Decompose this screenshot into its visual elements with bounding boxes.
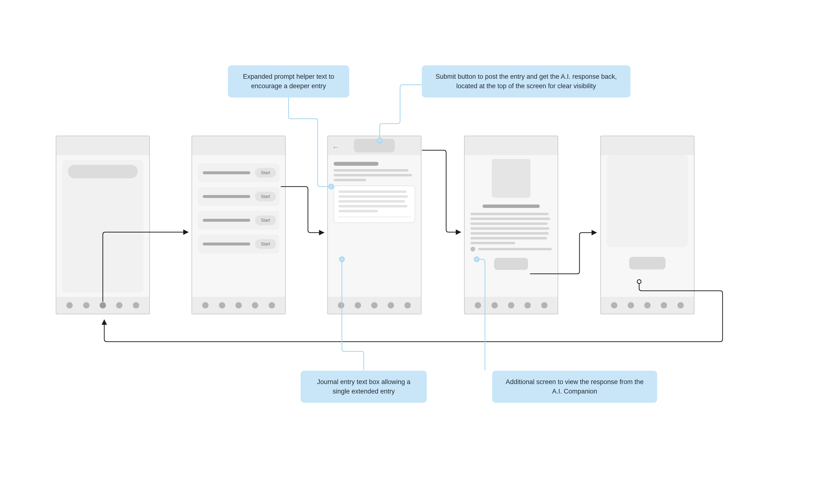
tab-bar — [192, 297, 285, 314]
tab-bar — [56, 297, 149, 314]
tab-bar — [465, 297, 558, 314]
prompt-row[interactable]: Start — [198, 211, 279, 230]
leader-prompt-helper — [288, 97, 329, 187]
screen-summary-header — [601, 136, 694, 155]
screen-home-header — [56, 136, 149, 155]
tab-1[interactable] — [475, 302, 481, 308]
tab-2[interactable] — [83, 302, 89, 308]
tab-5[interactable] — [678, 302, 684, 308]
prompt-row[interactable]: Start — [198, 187, 279, 206]
tab-1[interactable] — [66, 302, 73, 308]
tab-3[interactable] — [371, 302, 377, 308]
screen-prompts: Start Start Start Start — [191, 136, 286, 314]
summary-card — [607, 155, 688, 247]
start-button[interactable]: Start — [255, 168, 276, 178]
tab-bar — [601, 297, 694, 314]
caret-line — [338, 217, 410, 217]
wireflow-canvas: Start Start Start Start ← — [0, 0, 821, 504]
callout-prompt-helper: Expanded prompt helper text to encourage… — [228, 65, 349, 97]
home-card-title-pill — [68, 165, 138, 178]
start-button[interactable]: Start — [255, 192, 276, 201]
callout-submit-button: Submit button to post the entry and get … — [422, 65, 630, 97]
tab-1[interactable] — [611, 302, 617, 308]
tab-3[interactable] — [508, 302, 514, 308]
response-bullet — [471, 247, 552, 252]
start-button[interactable]: Start — [255, 239, 276, 249]
summary-cta-button[interactable] — [629, 257, 666, 269]
screen-ai-response — [464, 136, 558, 314]
screen-summary — [600, 136, 694, 314]
tab-1[interactable] — [338, 302, 344, 308]
prompt-helper-block — [334, 162, 415, 181]
tab-4[interactable] — [252, 302, 258, 308]
prompt-title-placeholder — [334, 162, 378, 166]
tab-1[interactable] — [202, 302, 208, 308]
start-button[interactable]: Start — [255, 215, 276, 225]
arrow-editor-to-response — [422, 150, 461, 232]
prompt-row[interactable]: Start — [198, 163, 279, 182]
screen-home — [56, 136, 150, 314]
journal-entry-textarea[interactable] — [334, 186, 415, 223]
prompt-line — [334, 169, 408, 172]
prompt-line — [334, 174, 412, 176]
tab-5[interactable] — [269, 302, 275, 308]
home-main-card[interactable] — [62, 160, 143, 292]
prompt-text-placeholder — [203, 171, 250, 174]
prompt-text-placeholder — [203, 243, 250, 245]
screen-editor: ← — [327, 136, 422, 314]
callout-entry-box: Journal entry text box allowing a single… — [301, 371, 427, 403]
tab-4[interactable] — [388, 302, 394, 308]
tab-5[interactable] — [541, 302, 548, 308]
prompt-row[interactable]: Start — [198, 235, 279, 253]
back-icon[interactable]: ← — [332, 143, 339, 148]
tab-5[interactable] — [404, 302, 411, 308]
submit-button[interactable] — [354, 139, 395, 152]
response-body — [471, 213, 552, 244]
bullet-text-placeholder — [478, 248, 552, 250]
tab-4[interactable] — [116, 302, 122, 308]
tab-2[interactable] — [492, 302, 498, 308]
tab-2[interactable] — [355, 302, 361, 308]
arrow-prompts-to-editor — [281, 187, 324, 233]
tab-3[interactable] — [235, 302, 242, 308]
tab-2[interactable] — [219, 302, 225, 308]
tab-4[interactable] — [525, 302, 531, 308]
tab-4[interactable] — [661, 302, 667, 308]
tab-2[interactable] — [628, 302, 634, 308]
leader-submit — [380, 85, 422, 138]
bullet-dot-icon — [471, 247, 475, 252]
tab-bar — [328, 297, 421, 314]
prompt-text-placeholder — [203, 195, 250, 198]
prompt-text-placeholder — [203, 219, 250, 222]
response-title-placeholder — [483, 205, 540, 208]
tab-5[interactable] — [133, 302, 139, 308]
screen-prompts-header — [192, 136, 285, 155]
response-cta-button[interactable] — [494, 258, 528, 270]
screen-editor-header: ← — [328, 136, 421, 155]
tab-3-active[interactable] — [100, 302, 106, 308]
prompt-line — [334, 179, 366, 181]
callout-ai-response: Additional screen to view the response f… — [492, 371, 657, 403]
response-image-placeholder — [492, 159, 531, 198]
screen-response-header — [465, 136, 558, 155]
tab-3[interactable] — [644, 302, 651, 308]
